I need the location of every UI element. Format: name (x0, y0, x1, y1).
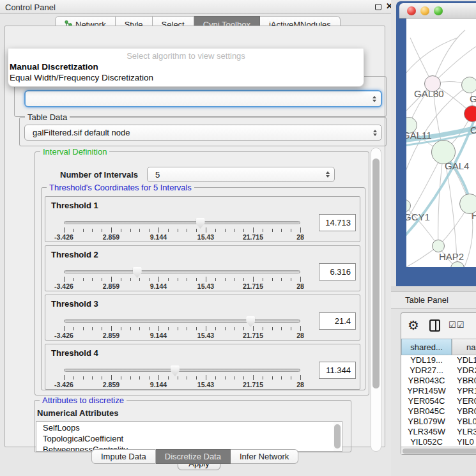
slider-tick (272, 327, 273, 330)
attribute-item[interactable]: SelfLoops (43, 423, 80, 434)
table-panel-title: Table Panel (405, 295, 449, 305)
slider-tick (243, 327, 244, 330)
list-scrollbar[interactable] (334, 422, 341, 452)
slider-tick (130, 229, 131, 232)
slider-tick (281, 278, 282, 281)
slider-tick (121, 376, 121, 380)
network-node[interactable] (461, 77, 476, 93)
tick-label: 21.715 (234, 282, 272, 290)
table-horizontal-scrollbar[interactable] (401, 447, 476, 454)
attribute-item[interactable]: TopologicalCoefficient (43, 434, 123, 445)
table-row[interactable]: YDL19...YDL1 (401, 355, 476, 365)
algorithm-combo[interactable] (24, 90, 382, 107)
cell-name: YBL0 (452, 417, 476, 427)
cell-name: YBR0 (452, 406, 476, 417)
slider-tick (206, 326, 206, 331)
slider-tick (139, 327, 140, 330)
algorithm-option-equal-width-frequency-discretization[interactable]: Equal Width/Frequency Discretization (10, 73, 361, 83)
table-rows: YDL19...YDL1YDR27...YDR2YBR043CYBR0YPR14… (401, 355, 476, 448)
slider-tick (158, 227, 159, 233)
slider-tick (102, 229, 102, 232)
tick-label: 2.859 (92, 381, 130, 388)
slider-tick (121, 229, 121, 232)
table-row[interactable]: YBR043CYBR0 (401, 376, 476, 386)
slider-tick (253, 326, 254, 331)
slider-track[interactable] (64, 319, 300, 323)
panel-title: Control Panel (5, 3, 56, 12)
cell-shared-name: YBR045C (401, 406, 452, 417)
slider-tick (281, 327, 282, 330)
number-of-intervals-label: Number of Intervals (60, 170, 138, 180)
network-node[interactable] (464, 105, 476, 122)
cell-shared-name: YLR345W (401, 427, 452, 437)
tick-label: 15.43 (187, 381, 225, 388)
network-view-window: GAL80GACGAL11GAL4HGCY1HAP2 (396, 1, 476, 286)
slider-tick (178, 327, 178, 330)
column-header-na[interactable]: na (452, 339, 476, 355)
threshold-value-box[interactable]: 11.344 (319, 362, 356, 379)
slider-tick (149, 376, 150, 380)
group-title: Attributes to discretize (40, 395, 127, 405)
gear-icon[interactable]: ⚙ (408, 318, 419, 333)
slider-track[interactable] (64, 369, 300, 372)
slider-tick (234, 376, 234, 380)
slider-track[interactable] (64, 221, 300, 224)
slider-thumb[interactable] (133, 267, 142, 278)
algorithm-option-manual-discretization[interactable]: Manual Discretization (10, 62, 361, 72)
table-header-row: shared...na (401, 339, 476, 355)
slider-tick (73, 229, 74, 232)
minimize-traffic-light[interactable] (420, 6, 429, 15)
network-window-titlebar[interactable] (399, 3, 476, 19)
table-row[interactable]: YBR045CYBR0 (401, 406, 476, 417)
node-label-gal4: GAL4 (445, 160, 469, 171)
table-row[interactable]: YLR345WYLR3 (401, 427, 476, 437)
cyni-toolbox-pane: Discretization Algorithm Table Data galF… (4, 26, 385, 447)
numerical-attributes-list[interactable]: SelfLoopsTopologicalCoefficientBetweenne… (36, 421, 342, 452)
table-row[interactable]: YDR27...YDR2 (401, 365, 476, 376)
threshold-value-box[interactable]: 14.713 (319, 214, 356, 231)
tab-infer-network[interactable]: Infer Network (231, 449, 298, 464)
slider-tick (111, 326, 112, 331)
table-row[interactable]: YIL052CYIL0 (401, 437, 476, 447)
table-row[interactable]: YER054CYER0 (401, 396, 476, 406)
tab-label: Discretize Data (165, 452, 221, 461)
tick-label: -3.426 (45, 381, 83, 388)
slider-thumb[interactable] (196, 218, 205, 229)
close-traffic-light[interactable] (407, 6, 416, 15)
tick-label: 28 (281, 233, 319, 241)
float-window-icon[interactable] (375, 4, 381, 10)
slider-track[interactable] (64, 270, 300, 273)
tab-discretize-data[interactable]: Discretize Data (156, 449, 231, 464)
slider-tick (196, 278, 197, 281)
threshold-value-box[interactable]: 21.4 (319, 312, 356, 330)
table-row[interactable]: YPR145WYPR1 (401, 386, 476, 396)
number-of-intervals-combo[interactable]: 5 (147, 167, 335, 182)
tick-label: 15.43 (187, 332, 225, 339)
content-scrollbar[interactable] (371, 148, 381, 452)
network-canvas[interactable]: GAL80GACGAL11GAL4HGCY1HAP2 (406, 19, 476, 267)
slider-tick (83, 376, 84, 380)
slider-thumb[interactable] (246, 316, 255, 327)
table-data-combo[interactable]: galFiltered.sif default node (24, 125, 382, 141)
checkboxes-icon[interactable]: ☑☑ (449, 320, 464, 330)
slider-tick (243, 278, 244, 281)
slider-tick (196, 376, 197, 380)
cell-shared-name: YPR145W (401, 386, 452, 396)
control-panel: Control Panel ✕ NetworkStyleSelectCyni T… (0, 0, 391, 476)
network-node[interactable] (432, 240, 445, 252)
column-header-shared-[interactable]: shared... (401, 339, 452, 355)
threshold-value-box[interactable]: 6.316 (319, 263, 356, 280)
cell-shared-name: YIL052C (401, 437, 452, 447)
slider-thumb[interactable] (171, 365, 180, 376)
slider-tick (83, 229, 84, 232)
slider-tick (234, 278, 234, 281)
slider-tick (206, 227, 206, 233)
slider-tick (73, 327, 74, 330)
table-row[interactable]: YBL079WYBL0 (401, 417, 476, 427)
columns-icon[interactable] (429, 319, 440, 332)
tab-impute-data[interactable]: Impute Data (91, 449, 156, 464)
tab-label: Impute Data (101, 452, 146, 461)
tick-label: 9.144 (139, 282, 178, 290)
cell-shared-name: YBR043C (401, 376, 452, 386)
zoom-traffic-light[interactable] (434, 6, 443, 15)
